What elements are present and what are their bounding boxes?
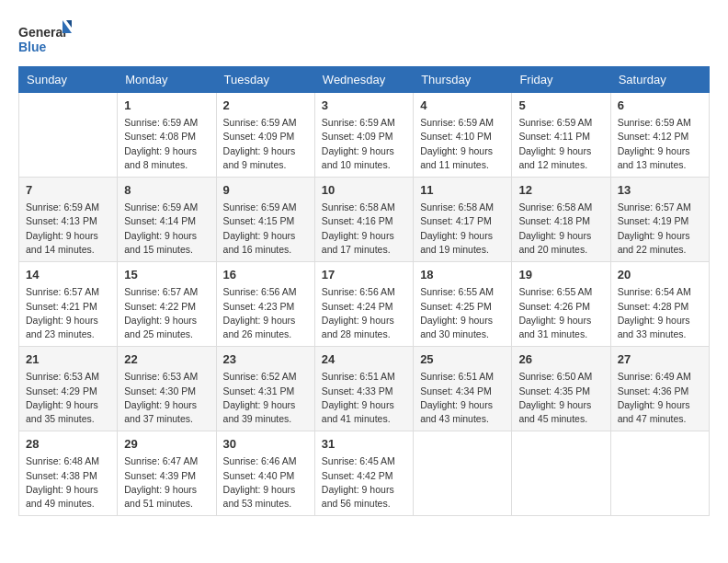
day-info: Sunrise: 6:55 AMSunset: 4:26 PMDaylight:… xyxy=(518,285,603,341)
calendar-cell: 21Sunrise: 6:53 AMSunset: 4:29 PMDayligh… xyxy=(19,347,118,431)
calendar-cell: 23Sunrise: 6:52 AMSunset: 4:31 PMDayligh… xyxy=(216,347,314,431)
calendar-cell: 14Sunrise: 6:57 AMSunset: 4:21 PMDayligh… xyxy=(19,262,118,347)
day-number: 25 xyxy=(420,351,505,368)
calendar-cell: 15Sunrise: 6:57 AMSunset: 4:22 PMDayligh… xyxy=(118,262,216,347)
calendar-cell: 25Sunrise: 6:51 AMSunset: 4:34 PMDayligh… xyxy=(414,347,512,431)
calendar-cell: 19Sunrise: 6:55 AMSunset: 4:26 PMDayligh… xyxy=(512,262,610,347)
weekday-header-monday: Monday xyxy=(118,67,216,93)
day-info: Sunrise: 6:59 AMSunset: 4:09 PMDaylight:… xyxy=(322,116,406,172)
day-info: Sunrise: 6:55 AMSunset: 4:25 PMDaylight:… xyxy=(420,285,505,341)
svg-text:General: General xyxy=(18,25,66,40)
day-info: Sunrise: 6:45 AMSunset: 4:42 PMDaylight:… xyxy=(322,454,406,511)
calendar-cell: 2Sunrise: 6:59 AMSunset: 4:09 PMDaylight… xyxy=(216,93,314,178)
day-info: Sunrise: 6:46 AMSunset: 4:40 PMDaylight:… xyxy=(223,454,308,511)
calendar-cell: 7Sunrise: 6:59 AMSunset: 4:13 PMDaylight… xyxy=(19,178,118,262)
svg-text:Blue: Blue xyxy=(18,40,47,54)
calendar-cell xyxy=(414,431,512,516)
weekday-header-sunday: Sunday xyxy=(19,67,118,93)
day-info: Sunrise: 6:57 AMSunset: 4:22 PMDaylight:… xyxy=(124,285,209,341)
calendar-cell: 5Sunrise: 6:59 AMSunset: 4:11 PMDaylight… xyxy=(512,93,610,178)
calendar-cell: 6Sunrise: 6:59 AMSunset: 4:12 PMDaylight… xyxy=(610,93,709,178)
day-info: Sunrise: 6:56 AMSunset: 4:24 PMDaylight:… xyxy=(322,285,406,341)
day-number: 7 xyxy=(26,182,110,199)
day-info: Sunrise: 6:59 AMSunset: 4:15 PMDaylight:… xyxy=(223,201,308,257)
day-number: 20 xyxy=(618,267,702,283)
calendar-cell: 10Sunrise: 6:58 AMSunset: 4:16 PMDayligh… xyxy=(314,178,413,262)
day-number: 3 xyxy=(322,98,406,114)
calendar-cell: 12Sunrise: 6:58 AMSunset: 4:18 PMDayligh… xyxy=(512,178,610,262)
day-number: 5 xyxy=(518,98,603,114)
day-info: Sunrise: 6:49 AMSunset: 4:36 PMDaylight:… xyxy=(618,370,702,426)
day-number: 31 xyxy=(322,436,406,453)
day-info: Sunrise: 6:57 AMSunset: 4:21 PMDaylight:… xyxy=(26,285,110,341)
day-info: Sunrise: 6:56 AMSunset: 4:23 PMDaylight:… xyxy=(223,285,308,341)
day-info: Sunrise: 6:50 AMSunset: 4:35 PMDaylight:… xyxy=(518,370,603,426)
day-number: 1 xyxy=(124,98,209,114)
calendar-cell xyxy=(19,93,118,178)
calendar-cell: 16Sunrise: 6:56 AMSunset: 4:23 PMDayligh… xyxy=(216,262,314,347)
weekday-header-saturday: Saturday xyxy=(610,67,709,93)
day-info: Sunrise: 6:58 AMSunset: 4:16 PMDaylight:… xyxy=(322,201,406,257)
calendar-cell: 29Sunrise: 6:47 AMSunset: 4:39 PMDayligh… xyxy=(118,431,216,516)
day-info: Sunrise: 6:59 AMSunset: 4:13 PMDaylight:… xyxy=(26,201,110,257)
calendar-cell: 13Sunrise: 6:57 AMSunset: 4:19 PMDayligh… xyxy=(610,178,709,262)
day-number: 30 xyxy=(223,436,308,453)
day-info: Sunrise: 6:53 AMSunset: 4:29 PMDaylight:… xyxy=(26,370,110,426)
day-info: Sunrise: 6:59 AMSunset: 4:09 PMDaylight:… xyxy=(223,116,308,172)
calendar-cell: 18Sunrise: 6:55 AMSunset: 4:25 PMDayligh… xyxy=(414,262,512,347)
calendar-table: SundayMondayTuesdayWednesdayThursdayFrid… xyxy=(18,66,710,516)
day-info: Sunrise: 6:51 AMSunset: 4:33 PMDaylight:… xyxy=(322,370,406,426)
day-info: Sunrise: 6:59 AMSunset: 4:14 PMDaylight:… xyxy=(124,201,209,257)
day-number: 29 xyxy=(124,436,209,453)
day-number: 23 xyxy=(223,351,308,368)
calendar-cell: 11Sunrise: 6:58 AMSunset: 4:17 PMDayligh… xyxy=(414,178,512,262)
weekday-header-tuesday: Tuesday xyxy=(216,67,314,93)
day-number: 18 xyxy=(420,267,505,283)
day-info: Sunrise: 6:58 AMSunset: 4:17 PMDaylight:… xyxy=(420,201,505,257)
day-info: Sunrise: 6:54 AMSunset: 4:28 PMDaylight:… xyxy=(618,285,702,341)
day-number: 6 xyxy=(618,98,702,114)
day-number: 13 xyxy=(618,182,702,199)
day-number: 11 xyxy=(420,182,505,199)
day-number: 8 xyxy=(124,182,209,199)
day-number: 24 xyxy=(322,351,406,368)
calendar-cell: 24Sunrise: 6:51 AMSunset: 4:33 PMDayligh… xyxy=(314,347,413,431)
weekday-header-friday: Friday xyxy=(512,67,610,93)
day-info: Sunrise: 6:58 AMSunset: 4:18 PMDaylight:… xyxy=(518,201,603,257)
day-number: 15 xyxy=(124,267,209,283)
calendar-week-row: 28Sunrise: 6:48 AMSunset: 4:38 PMDayligh… xyxy=(19,431,710,516)
day-info: Sunrise: 6:47 AMSunset: 4:39 PMDaylight:… xyxy=(124,454,209,511)
day-number: 10 xyxy=(322,182,406,199)
day-number: 4 xyxy=(420,98,505,114)
logo: GeneralBlue xyxy=(18,18,74,59)
calendar-cell xyxy=(512,431,610,516)
calendar-cell: 8Sunrise: 6:59 AMSunset: 4:14 PMDaylight… xyxy=(118,178,216,262)
calendar-cell: 28Sunrise: 6:48 AMSunset: 4:38 PMDayligh… xyxy=(19,431,118,516)
day-info: Sunrise: 6:48 AMSunset: 4:38 PMDaylight:… xyxy=(26,454,110,511)
page-header: GeneralBlue xyxy=(18,18,710,59)
day-info: Sunrise: 6:52 AMSunset: 4:31 PMDaylight:… xyxy=(223,370,308,426)
day-number: 21 xyxy=(26,351,110,368)
svg-marker-3 xyxy=(66,20,72,28)
calendar-cell: 30Sunrise: 6:46 AMSunset: 4:40 PMDayligh… xyxy=(216,431,314,516)
calendar-cell: 17Sunrise: 6:56 AMSunset: 4:24 PMDayligh… xyxy=(314,262,413,347)
calendar-cell: 4Sunrise: 6:59 AMSunset: 4:10 PMDaylight… xyxy=(414,93,512,178)
day-info: Sunrise: 6:59 AMSunset: 4:10 PMDaylight:… xyxy=(420,116,505,172)
day-number: 19 xyxy=(518,267,603,283)
day-info: Sunrise: 6:57 AMSunset: 4:19 PMDaylight:… xyxy=(618,201,702,257)
day-number: 12 xyxy=(518,182,603,199)
logo-svg: GeneralBlue xyxy=(18,18,74,59)
calendar-cell: 20Sunrise: 6:54 AMSunset: 4:28 PMDayligh… xyxy=(610,262,709,347)
day-number: 28 xyxy=(26,436,110,453)
day-info: Sunrise: 6:53 AMSunset: 4:30 PMDaylight:… xyxy=(124,370,209,426)
day-number: 9 xyxy=(223,182,308,199)
weekday-header-thursday: Thursday xyxy=(414,67,512,93)
calendar-cell: 27Sunrise: 6:49 AMSunset: 4:36 PMDayligh… xyxy=(610,347,709,431)
calendar-week-row: 7Sunrise: 6:59 AMSunset: 4:13 PMDaylight… xyxy=(19,178,710,262)
calendar-cell: 9Sunrise: 6:59 AMSunset: 4:15 PMDaylight… xyxy=(216,178,314,262)
day-info: Sunrise: 6:59 AMSunset: 4:08 PMDaylight:… xyxy=(124,116,209,172)
calendar-cell: 3Sunrise: 6:59 AMSunset: 4:09 PMDaylight… xyxy=(314,93,413,178)
calendar-cell: 31Sunrise: 6:45 AMSunset: 4:42 PMDayligh… xyxy=(314,431,413,516)
calendar-cell: 22Sunrise: 6:53 AMSunset: 4:30 PMDayligh… xyxy=(118,347,216,431)
day-number: 14 xyxy=(26,267,110,283)
